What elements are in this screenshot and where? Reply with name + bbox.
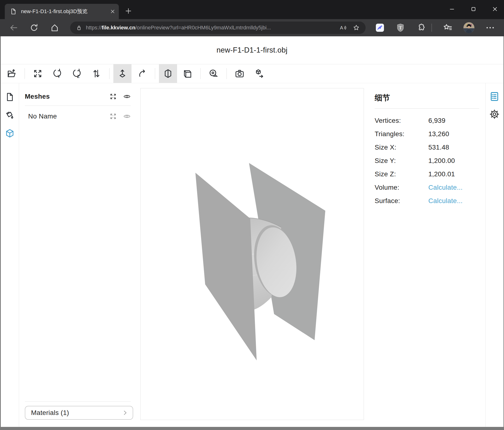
window-controls xyxy=(447,2,500,16)
box-view-button[interactable] xyxy=(179,64,197,83)
read-aloud-icon[interactable]: A xyxy=(339,24,346,31)
refresh-icon[interactable] xyxy=(30,23,39,32)
document-tab-icon[interactable] xyxy=(5,92,15,102)
chevron-right-icon xyxy=(122,410,128,416)
mesh-eye-icon[interactable] xyxy=(123,112,131,120)
left-rail xyxy=(1,83,19,427)
url-text: https://file.kkview.cn/onlinePreview?url… xyxy=(86,25,333,31)
mesh-list-item[interactable]: No Name xyxy=(19,106,135,120)
arc-rotate-icon xyxy=(137,69,147,79)
up-vector-icon xyxy=(117,69,127,79)
details-row: Triangles:13,260 xyxy=(375,127,485,141)
tape-measure-button[interactable] xyxy=(205,64,223,83)
panel-divider xyxy=(25,401,131,402)
details-row: Size Y:1,200.00 xyxy=(375,154,485,168)
tab-close-icon[interactable] xyxy=(110,9,116,14)
tab-title: new-F1-D1-1-first.obj3D预览 xyxy=(21,8,110,15)
open-file-button[interactable] xyxy=(3,64,21,83)
back-icon[interactable] xyxy=(9,23,18,32)
volume-calculate-link[interactable]: Calculate... xyxy=(428,184,463,191)
meshes-panel: Meshes No Name xyxy=(19,83,135,427)
browser-titlebar: new-F1-D1-1-first.obj3D预览 xyxy=(0,0,504,19)
more-dots-icon[interactable] xyxy=(485,23,495,32)
favorite-star-icon[interactable] xyxy=(353,24,360,31)
window-bottom-edge xyxy=(0,427,504,430)
rotate-z-icon: Z xyxy=(72,69,82,79)
lock-icon xyxy=(76,25,82,31)
address-bar[interactable]: https://file.kkview.cn/onlinePreview?url… xyxy=(70,21,366,34)
maximize-icon[interactable] xyxy=(469,4,478,14)
svg-text:A: A xyxy=(340,25,343,30)
right-rail xyxy=(485,83,503,427)
minimize-icon[interactable] xyxy=(447,4,457,14)
cube-model-icon[interactable] xyxy=(5,129,15,138)
puzzle-extensions-icon[interactable] xyxy=(416,23,426,32)
mesh-name: No Name xyxy=(28,112,109,120)
surface-calculate-link[interactable]: Calculate... xyxy=(428,197,463,205)
browser-navbar: https://file.kkview.cn/onlinePreview?url… xyxy=(0,19,504,36)
rotate-y-button[interactable]: Y xyxy=(48,64,66,83)
details-title: 细节 xyxy=(375,93,485,103)
tape-measure-icon xyxy=(208,69,219,79)
visibility-eye-icon[interactable] xyxy=(123,93,131,100)
export-model-icon xyxy=(254,69,264,79)
rotate-y-icon: Y xyxy=(52,69,62,79)
fit-view-icon xyxy=(33,69,43,79)
svg-text:Y: Y xyxy=(57,74,60,79)
tampermonkey-shield-icon[interactable]: T xyxy=(396,23,405,32)
url-domain: file.kkview.cn xyxy=(102,25,135,31)
viewer-toolbar: Y Z xyxy=(1,64,503,83)
document-favicon xyxy=(10,8,17,15)
toolbar-separator xyxy=(200,68,201,79)
browser-tab[interactable]: new-F1-D1-1-first.obj3D预览 xyxy=(5,4,119,19)
browser-window: new-F1-D1-1-first.obj3D预览 xyxy=(0,0,504,430)
details-row: Volume:Calculate... xyxy=(375,181,485,194)
new-tab-icon[interactable] xyxy=(125,7,132,15)
vertices-value: 6,939 xyxy=(428,117,446,124)
file-title: new-F1-D1-1-first.obj xyxy=(216,46,287,55)
svg-text:T: T xyxy=(399,25,402,31)
toolbar-separator xyxy=(25,68,25,79)
profile-avatar[interactable] xyxy=(463,22,474,33)
translate-bird-extension-icon[interactable] xyxy=(375,23,385,32)
meshes-header: Meshes xyxy=(19,83,135,106)
shaded-view-button[interactable] xyxy=(159,64,177,83)
size-z-value: 1,200.01 xyxy=(428,170,455,178)
rotate-z-button[interactable]: Z xyxy=(68,64,86,83)
fit-view-button[interactable] xyxy=(29,64,47,83)
up-vector-button[interactable] xyxy=(113,64,132,83)
export-model-button[interactable] xyxy=(250,64,268,83)
paint-material-icon[interactable] xyxy=(5,110,15,120)
details-row: Surface:Calculate... xyxy=(375,194,485,208)
gear-icon[interactable] xyxy=(489,109,500,120)
extensions-cluster: T xyxy=(375,22,495,33)
3d-scene xyxy=(141,88,364,420)
panel-divider xyxy=(375,108,479,109)
meshes-title: Meshes xyxy=(25,93,109,100)
viewport-wrap xyxy=(135,83,369,427)
details-row: Vertices:6,939 xyxy=(375,114,485,127)
expand-all-icon[interactable] xyxy=(109,93,117,100)
triangles-value: 13,260 xyxy=(428,130,449,138)
open-file-icon xyxy=(7,69,17,79)
details-row: Size X:531.48 xyxy=(375,141,485,154)
svg-text:Z: Z xyxy=(77,74,80,79)
left-plane xyxy=(195,173,257,360)
close-window-icon[interactable] xyxy=(490,4,500,14)
toolbar-separator xyxy=(155,68,155,79)
screenshot-button[interactable] xyxy=(231,64,249,83)
details-list-icon[interactable] xyxy=(489,91,500,102)
arc-rotate-button[interactable] xyxy=(133,64,151,83)
expand-mesh-icon[interactable] xyxy=(109,112,117,120)
details-panel: 细节 Vertices:6,939 Triangles:13,260 Size … xyxy=(369,83,485,427)
materials-button[interactable]: Materials (1) xyxy=(25,406,133,420)
flip-vertical-icon xyxy=(91,69,101,79)
size-y-value: 1,200.00 xyxy=(428,157,455,165)
flip-vertical-button[interactable] xyxy=(87,64,106,83)
size-x-value: 531.48 xyxy=(428,144,449,151)
home-icon[interactable] xyxy=(50,23,59,32)
materials-label: Materials (1) xyxy=(31,409,122,417)
3d-viewport[interactable] xyxy=(140,88,364,420)
page-header: new-F1-D1-1-first.obj xyxy=(1,36,503,64)
favorites-hub-icon[interactable] xyxy=(443,23,452,32)
